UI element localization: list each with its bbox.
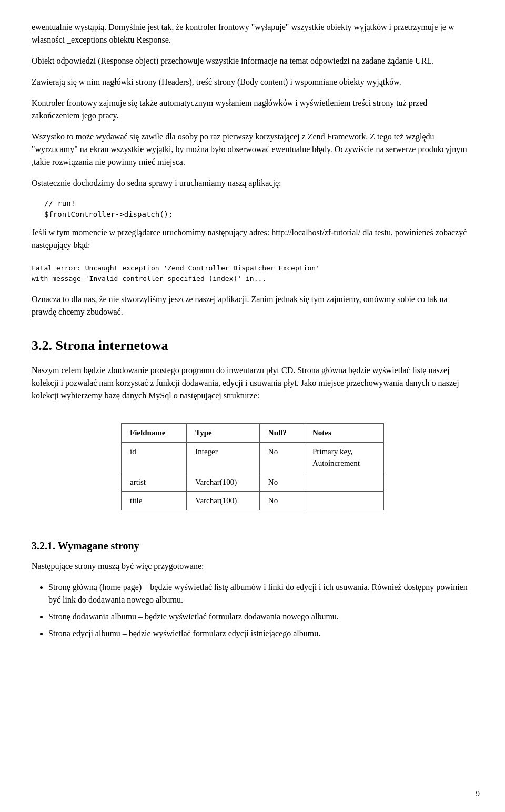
table-cell-2-3	[304, 492, 383, 510]
list-item: Strona edycji albumu – będzie wyświetlać…	[48, 627, 473, 640]
code-block-1: // run! $frontController->dispatch();	[44, 198, 473, 220]
table-cell-2-0: title	[122, 492, 187, 510]
table-cell-0-0: id	[122, 442, 187, 473]
paragraph-4: Kontroler frontowy zajmuje się także aut…	[32, 97, 473, 122]
section-321-heading: 3.2.1. Wymagane strony	[32, 538, 473, 554]
col-null: Null?	[259, 424, 304, 443]
section-32-intro: Naszym celem będzie zbudowanie prostego …	[32, 364, 473, 402]
paragraph-2: Obiekt odpowiedzi (Response object) prze…	[32, 55, 473, 67]
table-cell-2-1: Varchar(100)	[187, 492, 260, 510]
table-header-row: Fieldname Type Null? Notes	[122, 424, 384, 443]
col-fieldname: Fieldname	[122, 424, 187, 443]
table-row: titleVarchar(100)No	[122, 492, 384, 510]
table-row: idIntegerNoPrimary key, Autoincrement	[122, 442, 384, 473]
col-notes: Notes	[304, 424, 383, 443]
list-item: Stronę dodawania albumu – będzie wyświet…	[48, 610, 473, 623]
table-cell-1-2: No	[259, 473, 304, 492]
paragraph-6: Ostatecznie dochodzimy do sedna sprawy i…	[32, 177, 473, 189]
section-32-heading: 3.2. Strona internetowa	[32, 335, 473, 356]
database-table: Fieldname Type Null? Notes idIntegerNoPr…	[121, 423, 384, 510]
paragraph-7: Jeśli w tym momencie w przeglądarce uruc…	[32, 226, 473, 252]
table-cell-1-0: artist	[122, 473, 187, 492]
table-cell-2-2: No	[259, 492, 304, 510]
error-line-2: with message 'Invalid controller specifi…	[32, 274, 473, 284]
paragraph-3: Zawierają się w nim nagłówki strony (Hea…	[32, 76, 473, 88]
section-321-intro: Następujące strony muszą być więc przygo…	[32, 560, 473, 573]
table-cell-0-1: Integer	[187, 442, 260, 473]
table-row: artistVarchar(100)No	[122, 473, 384, 492]
table-cell-0-3: Primary key, Autoincrement	[304, 442, 383, 473]
error-block: Fatal error: Uncaught exception 'Zend_Co…	[32, 260, 473, 287]
paragraph-1: ewentualnie wystąpią. Domyślnie jest tak…	[32, 21, 473, 46]
table-cell-0-2: No	[259, 442, 304, 473]
paragraph-5: Wszystko to może wydawać się zawiłe dla …	[32, 131, 473, 168]
table-cell-1-3	[304, 473, 383, 492]
table-cell-1-1: Varchar(100)	[187, 473, 260, 492]
col-type: Type	[187, 424, 260, 443]
paragraph-8: Oznacza to dla nas, że nie stworzyliśmy …	[32, 293, 473, 318]
list-item: Stronę główną (home page) – będzie wyświ…	[48, 581, 473, 606]
requirements-list: Stronę główną (home page) – będzie wyświ…	[48, 581, 473, 640]
error-line-1: Fatal error: Uncaught exception 'Zend_Co…	[32, 263, 473, 274]
